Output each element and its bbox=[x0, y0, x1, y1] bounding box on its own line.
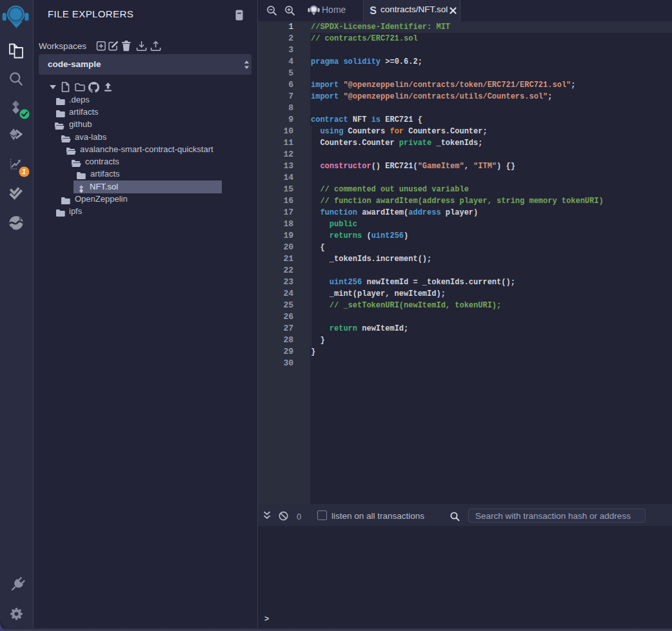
svg-text:S: S bbox=[370, 5, 377, 16]
svg-text:1: 1 bbox=[22, 168, 26, 175]
